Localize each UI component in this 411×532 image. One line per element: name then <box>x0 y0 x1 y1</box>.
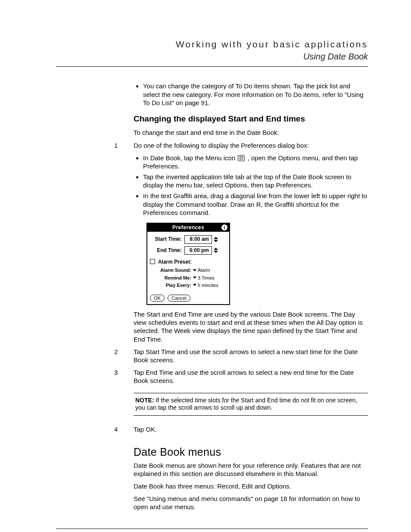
menu-icon <box>238 155 245 161</box>
dropdown-icon[interactable] <box>193 284 196 286</box>
section-heading-menus: Date Book menus <box>134 445 368 459</box>
play-every-value[interactable]: 5 minutes <box>198 282 218 288</box>
note-label: NOTE: <box>135 397 154 404</box>
preferences-dialog: Preferences i Start Time: 8:00 am End Ti… <box>146 223 230 305</box>
info-icon[interactable]: i <box>221 224 227 230</box>
bullet-text-a: In Date Book, tap the Menu icon <box>143 154 237 162</box>
chevron-up-icon[interactable] <box>214 237 218 239</box>
note-text: If the selected time slots for the Start… <box>135 397 357 411</box>
intro-bullet: You can change the category of To Do ite… <box>143 82 368 107</box>
step1-bullet-2: Tap the inverted application title tab a… <box>143 173 368 189</box>
step-3: 3 Tap End Time and use the scroll arrows… <box>134 368 368 385</box>
chevron-down-icon[interactable] <box>214 240 218 242</box>
menus-para-2: Date Book has three menus: Record, Edit … <box>134 482 368 490</box>
menus-para-3: See "Using menus and menu commands" on p… <box>134 495 368 511</box>
section-heading-times: Changing the displayed Start and End tim… <box>134 114 368 124</box>
header-title: Working with your basic applications <box>56 39 368 50</box>
remind-me-label: Remind Me: <box>150 275 193 281</box>
intro-bullet-list: You can change the category of To Do ite… <box>134 82 368 107</box>
alarm-sound-value[interactable]: Alarm <box>198 267 210 273</box>
dropdown-icon[interactable] <box>193 269 196 271</box>
step-4: 4 Tap OK. <box>134 425 368 433</box>
section-lead: To change the start and end time in the … <box>134 128 368 137</box>
footer-rule <box>56 529 368 529</box>
step1-bullets: In Date Book, tap the Menu icon , open t… <box>134 154 368 217</box>
page-number: 79 <box>56 531 368 532</box>
dropdown-icon[interactable] <box>193 277 196 279</box>
alarm-preset-label: Alarm Preset: <box>158 259 192 265</box>
step-number: 4 <box>114 425 118 433</box>
header-rule <box>56 66 368 67</box>
step-number: 2 <box>114 348 118 356</box>
chevron-up-icon[interactable] <box>214 248 218 250</box>
dialog-title: Preferences <box>172 224 204 230</box>
step-number: 1 <box>114 141 118 149</box>
end-time-label: End Time: <box>150 247 184 254</box>
step1-bullet-3: In the text Graffiti area, drag a diagon… <box>143 192 368 217</box>
note-block: NOTE: If the selected time slots for the… <box>134 393 368 416</box>
cancel-button[interactable]: Cancel <box>168 295 190 302</box>
running-header: Working with your basic applications Usi… <box>56 39 368 62</box>
header-subtitle: Using Date Book <box>56 51 368 62</box>
start-time-label: Start Time: <box>150 236 184 243</box>
step-text: Tap OK. <box>134 426 157 433</box>
alarm-preset-checkbox[interactable] <box>150 259 155 264</box>
step-1: 1 Do one of the following to display the… <box>134 141 368 149</box>
remind-me-value[interactable]: 3 Times <box>198 275 215 281</box>
end-time-spinner[interactable] <box>214 248 218 253</box>
step-number: 3 <box>114 368 118 376</box>
chevron-down-icon[interactable] <box>214 251 218 253</box>
ok-button[interactable]: OK <box>150 295 165 302</box>
dialog-titlebar: Preferences i <box>147 224 229 232</box>
alarm-sound-label: Alarm Sound: <box>150 267 193 273</box>
after-dialog-paragraph: The Start and End Time are used by the v… <box>134 310 368 343</box>
step-text: Do one of the following to display the P… <box>134 142 309 149</box>
step-2: 2 Tap Start Time and use the scroll arro… <box>134 348 368 364</box>
step-text: Tap Start Time and use the scroll arrows… <box>134 348 358 364</box>
step1-bullet-1: In Date Book, tap the Menu icon , open t… <box>143 154 368 170</box>
start-time-spinner[interactable] <box>214 237 218 242</box>
start-time-field[interactable]: 8:00 am <box>184 235 212 243</box>
end-time-field[interactable]: 6:00 pm <box>184 246 212 255</box>
menus-para-1: Date Book menus are shown here for your … <box>134 461 368 478</box>
play-every-label: Play Every: <box>150 282 193 288</box>
step-text: Tap End Time and use the scroll arrows t… <box>134 369 354 384</box>
main-content: You can change the category of To Do ite… <box>134 82 368 511</box>
